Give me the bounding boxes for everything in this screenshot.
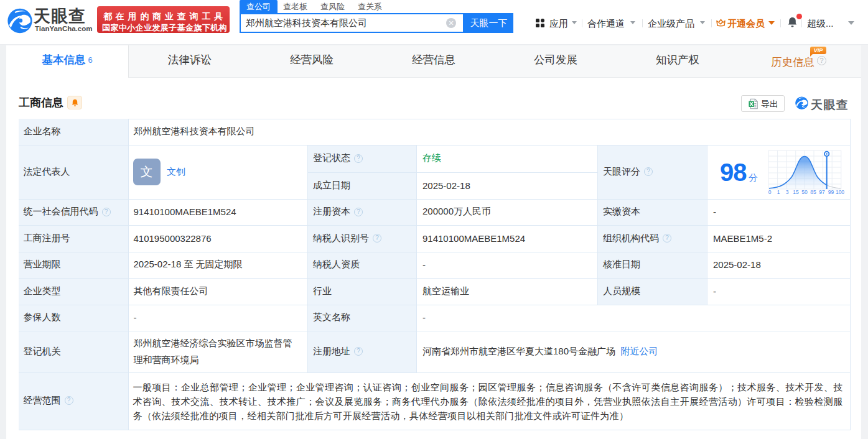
svg-text:97: 97 [819, 189, 825, 195]
svg-text:15: 15 [793, 189, 799, 195]
svg-text:3: 3 [786, 189, 789, 195]
svg-text:0: 0 [768, 189, 772, 195]
svg-text:100: 100 [836, 189, 844, 195]
svg-text:1: 1 [777, 189, 780, 195]
svg-text:85: 85 [810, 189, 816, 195]
svg-text:99: 99 [828, 189, 834, 195]
svg-text:50: 50 [801, 189, 808, 195]
